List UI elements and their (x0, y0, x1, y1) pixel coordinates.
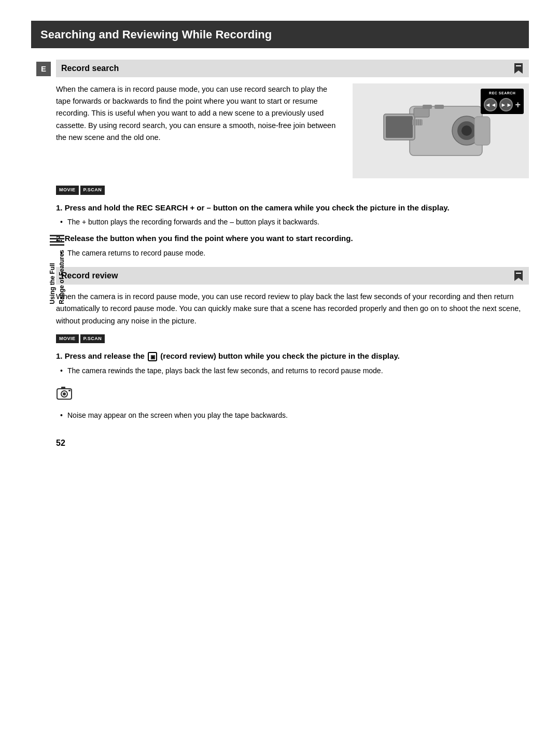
record-search-mode-badges: MOVIE P.SCAN (56, 186, 529, 195)
svg-rect-12 (412, 119, 423, 125)
svg-marker-0 (514, 63, 523, 74)
e-badge: E (36, 62, 51, 76)
record-review-circle-icon: ▣ (148, 352, 157, 361)
note-icon (56, 386, 529, 404)
record-search-body: When the camera is in record pause mode,… (56, 83, 529, 178)
svg-rect-10 (423, 105, 432, 109)
svg-rect-8 (414, 108, 429, 117)
svg-point-21 (63, 392, 66, 396)
rr-movie-badge: MOVIE (56, 334, 79, 344)
svg-rect-9 (474, 117, 490, 145)
rec-search-panel: REC SEARCH ◄◄ ►► + (481, 89, 524, 114)
page-title: Searching and Reviewing While Recording (31, 21, 529, 48)
svg-marker-17 (514, 271, 523, 281)
svg-marker-1 (516, 65, 521, 66)
left-sidebar: E Using the Full Range of Features (31, 60, 56, 449)
rr-step-1-title: 1. Press and release the ▣ (record revie… (56, 350, 529, 362)
svg-point-5 (461, 125, 472, 136)
record-search-text: When the camera is in record pause mode,… (56, 83, 342, 178)
record-review-bookmark-icon (513, 271, 524, 281)
record-review-text: When the camera is in record pause mode,… (56, 291, 529, 327)
camera-image-area: REC SEARCH ◄◄ ►► + (353, 83, 529, 178)
step-2: 2. Release the button when you find the … (56, 233, 529, 259)
plus-icon: + (515, 98, 521, 112)
record-search-header: Record search (56, 60, 529, 77)
step-2-text: Release the button when you find the poi… (65, 234, 353, 243)
record-search-title: Record search (61, 62, 119, 75)
step-1-bullet: The + button plays the recording forward… (56, 216, 529, 228)
svg-rect-22 (61, 387, 65, 389)
rr-step-1-suffix: (record review) button while you check t… (160, 351, 399, 360)
rec-buttons-row: ◄◄ ►► + (484, 98, 521, 112)
note-section: Noise may appear on the screen when you … (56, 386, 529, 421)
step-2-bullet: The camera returns to record pause mode. (56, 247, 529, 259)
svg-rect-7 (386, 116, 413, 138)
rr-step-1-prefix: Press and release the (65, 351, 145, 360)
vertical-label: Using the Full Range of Features (26, 235, 88, 304)
rr-pscan-badge: P.SCAN (80, 334, 105, 344)
record-review-steps: 1. Press and release the ▣ (record revie… (56, 350, 529, 376)
step-1-text: Press and hold the REC SEARCH + or – but… (65, 203, 450, 212)
rr-step-1-number: 1. (56, 351, 65, 360)
step-1-number: 1. (56, 203, 65, 212)
svg-marker-18 (516, 273, 521, 274)
rr-step-1: 1. Press and release the ▣ (record revie… (56, 350, 529, 376)
rr-step-1-bullet: The camera rewinds the tape, plays back … (56, 365, 529, 376)
step-1: 1. Press and hold the REC SEARCH + or – … (56, 202, 529, 228)
svg-rect-23 (68, 390, 71, 391)
main-content: Record search When the camera is in reco… (56, 60, 529, 449)
record-review-mode-badges: MOVIE P.SCAN (56, 334, 529, 344)
rewind-button-icon: ◄◄ (484, 98, 497, 111)
page-number: 52 (56, 437, 529, 449)
note-camera-icon (56, 386, 73, 400)
record-review-section: Record review When the camera is in reco… (56, 267, 529, 421)
record-review-header: Record review (56, 267, 529, 285)
sidebar-lines (50, 235, 64, 246)
step-2-title: 2. Release the button when you find the … (56, 233, 529, 245)
sidebar-label-line1: Using the Full (49, 250, 56, 304)
record-search-steps: 1. Press and hold the REC SEARCH + or – … (56, 202, 529, 259)
step-1-title: 1. Press and hold the REC SEARCH + or – … (56, 202, 529, 214)
movie-badge: MOVIE (56, 186, 79, 195)
fast-forward-button-icon: ►► (499, 98, 513, 111)
note-bullet: Noise may appear on the screen when you … (56, 410, 529, 421)
rec-search-label: REC SEARCH (484, 91, 521, 96)
camera-container: REC SEARCH ◄◄ ►► + (353, 83, 529, 178)
svg-rect-11 (435, 105, 444, 109)
pscan-badge: P.SCAN (80, 186, 105, 195)
bookmark-icon (513, 63, 524, 74)
